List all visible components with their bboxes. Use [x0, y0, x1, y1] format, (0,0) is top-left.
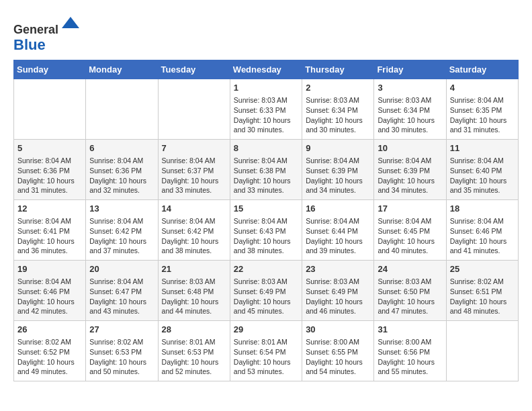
weekday-header-row: SundayMondayTuesdayWednesdayThursdayFrid… [14, 60, 519, 79]
day-number: 3 [378, 82, 442, 94]
day-number: 22 [234, 263, 298, 275]
day-info: Sunrise: 8:04 AM Sunset: 6:36 PM Dayligh… [89, 156, 154, 195]
calendar-cell: 7Sunrise: 8:04 AM Sunset: 6:37 PM Daylig… [158, 139, 230, 199]
calendar-cell: 19Sunrise: 8:04 AM Sunset: 6:46 PM Dayli… [14, 260, 86, 320]
day-info: Sunrise: 8:03 AM Sunset: 6:33 PM Dayligh… [234, 95, 298, 135]
calendar-cell: 28Sunrise: 8:01 AM Sunset: 6:53 PM Dayli… [158, 320, 230, 381]
calendar-cell: 14Sunrise: 8:04 AM Sunset: 6:42 PM Dayli… [158, 199, 230, 260]
day-info: Sunrise: 8:03 AM Sunset: 6:48 PM Dayligh… [162, 277, 226, 316]
calendar-cell: 29Sunrise: 8:01 AM Sunset: 6:54 PM Dayli… [230, 320, 302, 381]
day-number: 29 [234, 324, 298, 336]
calendar-cell: 23Sunrise: 8:03 AM Sunset: 6:49 PM Dayli… [302, 260, 374, 320]
calendar-week-row: 12Sunrise: 8:04 AM Sunset: 6:41 PM Dayli… [14, 199, 519, 260]
day-info: Sunrise: 8:03 AM Sunset: 6:49 PM Dayligh… [306, 277, 370, 316]
day-number: 15 [234, 203, 298, 215]
day-number: 13 [89, 203, 154, 215]
day-info: Sunrise: 8:01 AM Sunset: 6:54 PM Dayligh… [234, 337, 298, 377]
logo-general: General [13, 23, 58, 36]
logo-text: General Blue [13, 13, 81, 53]
day-number: 12 [17, 203, 82, 215]
calendar-cell: 18Sunrise: 8:04 AM Sunset: 6:46 PM Dayli… [446, 199, 518, 260]
calendar-cell: 13Sunrise: 8:04 AM Sunset: 6:42 PM Dayli… [86, 199, 158, 260]
day-number: 27 [89, 324, 154, 336]
day-info: Sunrise: 8:04 AM Sunset: 6:44 PM Dayligh… [306, 216, 370, 256]
day-info: Sunrise: 8:04 AM Sunset: 6:42 PM Dayligh… [162, 216, 226, 256]
day-info: Sunrise: 8:04 AM Sunset: 6:47 PM Dayligh… [89, 277, 154, 316]
calendar-cell: 24Sunrise: 8:03 AM Sunset: 6:50 PM Dayli… [374, 260, 446, 320]
calendar-cell: 10Sunrise: 8:04 AM Sunset: 6:39 PM Dayli… [374, 139, 446, 199]
calendar-cell: 22Sunrise: 8:03 AM Sunset: 6:49 PM Dayli… [230, 260, 302, 320]
day-info: Sunrise: 8:03 AM Sunset: 6:50 PM Dayligh… [378, 277, 442, 316]
calendar-week-row: 19Sunrise: 8:04 AM Sunset: 6:46 PM Dayli… [14, 260, 519, 320]
calendar-week-row: 1Sunrise: 8:03 AM Sunset: 6:33 PM Daylig… [14, 79, 519, 139]
weekday-header-sunday: Sunday [14, 60, 86, 79]
calendar-cell [446, 320, 518, 381]
calendar-cell [158, 79, 230, 139]
day-number: 19 [17, 263, 82, 275]
day-info: Sunrise: 8:04 AM Sunset: 6:39 PM Dayligh… [306, 156, 370, 195]
weekday-header-thursday: Thursday [302, 60, 374, 79]
calendar-cell: 9Sunrise: 8:04 AM Sunset: 6:39 PM Daylig… [302, 139, 374, 199]
day-info: Sunrise: 8:04 AM Sunset: 6:43 PM Dayligh… [234, 216, 298, 256]
day-info: Sunrise: 8:04 AM Sunset: 6:46 PM Dayligh… [17, 277, 82, 316]
calendar-cell: 25Sunrise: 8:02 AM Sunset: 6:51 PM Dayli… [446, 260, 518, 320]
day-number: 28 [162, 324, 226, 336]
logo-icon [60, 13, 81, 34]
day-number: 6 [89, 142, 154, 154]
calendar-week-row: 26Sunrise: 8:02 AM Sunset: 6:52 PM Dayli… [14, 320, 519, 381]
day-info: Sunrise: 8:02 AM Sunset: 6:53 PM Dayligh… [89, 337, 154, 377]
day-info: Sunrise: 8:04 AM Sunset: 6:36 PM Dayligh… [17, 156, 82, 195]
svg-marker-0 [62, 17, 79, 28]
calendar-cell: 1Sunrise: 8:03 AM Sunset: 6:33 PM Daylig… [230, 79, 302, 139]
calendar-cell: 21Sunrise: 8:03 AM Sunset: 6:48 PM Dayli… [158, 260, 230, 320]
calendar-cell [86, 79, 158, 139]
calendar-cell: 16Sunrise: 8:04 AM Sunset: 6:44 PM Dayli… [302, 199, 374, 260]
calendar-cell [14, 79, 86, 139]
calendar-table: SundayMondayTuesdayWednesdayThursdayFrid… [13, 60, 519, 381]
day-info: Sunrise: 8:02 AM Sunset: 6:52 PM Dayligh… [17, 337, 82, 377]
day-number: 17 [378, 203, 442, 215]
calendar-cell: 4Sunrise: 8:04 AM Sunset: 6:35 PM Daylig… [446, 79, 518, 139]
day-info: Sunrise: 8:00 AM Sunset: 6:55 PM Dayligh… [306, 337, 370, 377]
day-info: Sunrise: 8:02 AM Sunset: 6:51 PM Dayligh… [450, 277, 515, 316]
day-number: 24 [378, 263, 442, 275]
day-info: Sunrise: 8:04 AM Sunset: 6:37 PM Dayligh… [162, 156, 226, 195]
day-info: Sunrise: 8:04 AM Sunset: 6:38 PM Dayligh… [234, 156, 298, 195]
calendar-cell: 17Sunrise: 8:04 AM Sunset: 6:45 PM Dayli… [374, 199, 446, 260]
day-number: 25 [450, 263, 515, 275]
day-number: 7 [162, 142, 226, 154]
day-info: Sunrise: 8:04 AM Sunset: 6:40 PM Dayligh… [450, 156, 515, 195]
day-info: Sunrise: 8:04 AM Sunset: 6:39 PM Dayligh… [378, 156, 442, 195]
day-number: 14 [162, 203, 226, 215]
weekday-header-wednesday: Wednesday [230, 60, 302, 79]
calendar-week-row: 5Sunrise: 8:04 AM Sunset: 6:36 PM Daylig… [14, 139, 519, 199]
day-info: Sunrise: 8:04 AM Sunset: 6:42 PM Dayligh… [89, 216, 154, 256]
weekday-header-monday: Monday [86, 60, 158, 79]
day-info: Sunrise: 8:01 AM Sunset: 6:53 PM Dayligh… [162, 337, 226, 377]
calendar-cell: 20Sunrise: 8:04 AM Sunset: 6:47 PM Dayli… [86, 260, 158, 320]
day-number: 10 [378, 142, 442, 154]
weekday-header-friday: Friday [374, 60, 446, 79]
day-number: 18 [450, 203, 515, 215]
weekday-header-tuesday: Tuesday [158, 60, 230, 79]
day-info: Sunrise: 8:04 AM Sunset: 6:41 PM Dayligh… [17, 216, 82, 256]
calendar-cell: 2Sunrise: 8:03 AM Sunset: 6:34 PM Daylig… [302, 79, 374, 139]
logo-blue: Blue [13, 36, 46, 53]
calendar-cell: 6Sunrise: 8:04 AM Sunset: 6:36 PM Daylig… [86, 139, 158, 199]
day-number: 23 [306, 263, 370, 275]
day-info: Sunrise: 8:00 AM Sunset: 6:56 PM Dayligh… [378, 337, 442, 377]
day-info: Sunrise: 8:04 AM Sunset: 6:35 PM Dayligh… [450, 95, 515, 135]
day-number: 11 [450, 142, 515, 154]
day-number: 26 [17, 324, 82, 336]
calendar-cell: 3Sunrise: 8:03 AM Sunset: 6:34 PM Daylig… [374, 79, 446, 139]
calendar-body: 1Sunrise: 8:03 AM Sunset: 6:33 PM Daylig… [14, 79, 519, 381]
day-number: 2 [306, 82, 370, 94]
calendar-cell: 27Sunrise: 8:02 AM Sunset: 6:53 PM Dayli… [86, 320, 158, 381]
logo: General Blue [13, 13, 81, 53]
day-number: 4 [450, 82, 515, 94]
day-number: 20 [89, 263, 154, 275]
calendar-cell: 8Sunrise: 8:04 AM Sunset: 6:38 PM Daylig… [230, 139, 302, 199]
day-info: Sunrise: 8:03 AM Sunset: 6:49 PM Dayligh… [234, 277, 298, 316]
weekday-header-saturday: Saturday [446, 60, 518, 79]
day-info: Sunrise: 8:04 AM Sunset: 6:46 PM Dayligh… [450, 216, 515, 256]
